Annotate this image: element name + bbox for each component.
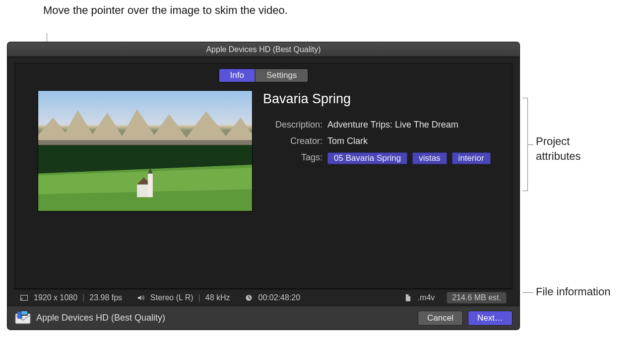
fps-value: 23.98 fps bbox=[89, 293, 122, 302]
share-dialog: Apple Devices HD (Best Quality) Info Set… bbox=[7, 42, 519, 330]
row-tags: Tags: 05 Bavaria Spring vistas interior bbox=[263, 152, 502, 164]
row-creator: Creator: Tom Clark bbox=[263, 136, 502, 146]
next-button[interactable]: Next… bbox=[468, 311, 513, 326]
extension-value: .m4v bbox=[418, 293, 435, 302]
resolution-value: 1920 x 1080 bbox=[34, 293, 77, 302]
duration-value: 00:02:48:20 bbox=[258, 293, 301, 302]
label-creator: Creator: bbox=[263, 136, 327, 146]
video-thumbnail-skimmer[interactable] bbox=[38, 90, 253, 211]
filesize-badge: 214.6 MB est. bbox=[447, 292, 507, 304]
tag-chip[interactable]: 05 Bavaria Spring bbox=[327, 152, 407, 164]
dialog-content: Info Settings bbox=[7, 57, 519, 306]
cancel-button[interactable]: Cancel bbox=[418, 311, 463, 326]
label-description: Description: bbox=[263, 120, 327, 130]
clock-icon bbox=[245, 294, 253, 301]
tag-chip[interactable]: interior bbox=[452, 152, 491, 164]
tab-settings[interactable]: Settings bbox=[255, 69, 308, 82]
svg-rect-15 bbox=[21, 311, 27, 315]
callout-file-info: File information bbox=[536, 285, 610, 298]
file-icon bbox=[404, 294, 412, 301]
dialog-footer: Apple Devices HD (Best Quality) Cancel N… bbox=[7, 306, 519, 330]
destination-icon bbox=[14, 311, 31, 326]
svg-rect-10 bbox=[20, 295, 27, 300]
tab-bar: Info Settings bbox=[219, 68, 309, 82]
audio-icon bbox=[137, 294, 144, 301]
tab-info[interactable]: Info bbox=[219, 69, 255, 82]
sample-value: 48 kHz bbox=[205, 293, 230, 302]
callout-skim: Move the pointer over the image to skim … bbox=[43, 3, 288, 18]
info-pane: Info Settings bbox=[14, 63, 513, 289]
destination-label: Apple Devices HD (Best Quality) bbox=[36, 313, 413, 323]
row-description: Description: Adventure Trips: Live The D… bbox=[263, 120, 502, 130]
description-field[interactable]: Adventure Trips: Live The Dream bbox=[327, 120, 502, 130]
callout-bracket bbox=[522, 98, 533, 191]
audio-value: Stereo (L R) bbox=[150, 293, 193, 302]
file-info-bar: 1920 x 1080 | 23.98 fps Stereo (L R) | 4… bbox=[14, 289, 513, 306]
label-tags: Tags: bbox=[263, 152, 327, 163]
callout-line bbox=[522, 292, 533, 293]
tags-field[interactable]: 05 Bavaria Spring vistas interior bbox=[327, 152, 502, 164]
mountain-illustration bbox=[38, 91, 252, 211]
svg-rect-8 bbox=[148, 174, 153, 198]
window-title: Apple Devices HD (Best Quality) bbox=[7, 42, 519, 57]
creator-field[interactable]: Tom Clark bbox=[327, 136, 502, 146]
callout-project-attributes: Project attributes bbox=[536, 134, 581, 163]
project-attributes: Bavaria Spring Description: Adventure Tr… bbox=[263, 91, 502, 170]
tag-chip[interactable]: vistas bbox=[412, 152, 447, 164]
project-title: Bavaria Spring bbox=[263, 91, 502, 107]
frame-icon bbox=[20, 294, 28, 301]
